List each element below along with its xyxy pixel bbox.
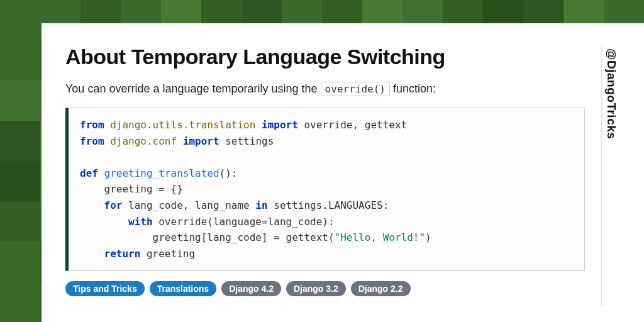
code-text: lang_code, lang_name [122, 199, 255, 211]
lead-text-prefix: You can override a language temporarily … [65, 82, 321, 95]
content-card: About Temporary Language Switching You c… [42, 23, 644, 322]
code-text: greeting = {} [80, 183, 183, 195]
code-text [80, 248, 104, 260]
code-string: "Hello, World!" [335, 231, 426, 243]
tag-django-3-2[interactable]: Django 3.2 [286, 281, 346, 296]
code-text: greeting[lang_code] = gettext( [80, 231, 335, 243]
code-text: (): [219, 167, 238, 179]
code-text: settings.LANGUAGES: [268, 199, 389, 211]
code-module: django.utils.translation [110, 119, 255, 131]
code-keyword: return [104, 248, 141, 260]
tag-django-4-2[interactable]: Django 4.2 [221, 281, 281, 296]
lead-paragraph: You can override a language temporarily … [65, 80, 585, 97]
code-text: override, gettext [298, 119, 407, 131]
code-keyword: for [104, 199, 123, 211]
code-keyword: import [262, 119, 298, 131]
code-keyword: from [80, 135, 104, 147]
code-block: from django.utils.translation import ove… [65, 108, 585, 271]
code-keyword: with [128, 216, 153, 228]
tag-translations[interactable]: Translations [150, 281, 216, 296]
code-text [80, 199, 104, 211]
code-text: override(language=lang_code): [153, 216, 335, 228]
lead-text-suffix: function: [393, 82, 436, 95]
code-function: greeting_translated [104, 167, 219, 179]
code-module: django.conf [110, 135, 177, 147]
tag-django-2-2[interactable]: Django 2.2 [351, 281, 411, 296]
side-column: @DjangoTricks [601, 45, 620, 307]
code-text: ) [425, 231, 431, 243]
code-text: greeting [140, 248, 195, 260]
main-column: About Temporary Language Switching You c… [65, 45, 585, 307]
code-keyword: def [80, 167, 98, 179]
code-keyword: in [255, 199, 267, 211]
page-title: About Temporary Language Switching [65, 45, 585, 69]
inline-code-override: override() [321, 82, 390, 96]
code-text: settings [219, 135, 274, 147]
code-text [80, 216, 128, 228]
tag-row: Tips and Tricks Translations Django 4.2 … [65, 281, 585, 296]
code-keyword: import [183, 135, 219, 147]
author-handle[interactable]: @DjangoTricks [604, 48, 618, 139]
tag-tips-and-tricks[interactable]: Tips and Tricks [65, 281, 145, 296]
code-keyword: from [80, 119, 104, 131]
